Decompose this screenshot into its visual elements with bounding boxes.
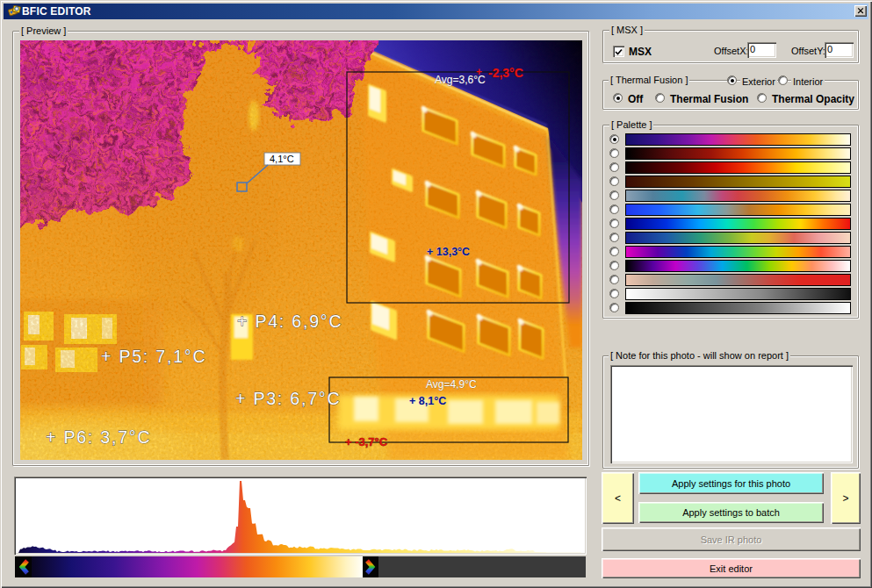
svg-text:+ P5: 7,1°C: + P5: 7,1°C bbox=[101, 347, 206, 366]
svg-text:+ 13,3°C: + 13,3°C bbox=[427, 246, 470, 258]
svg-text:+ P4: 6,9°C: + P4: 6,9°C bbox=[237, 312, 342, 331]
svg-text:Avg=4,9°C: Avg=4,9°C bbox=[426, 378, 477, 391]
svg-text:+ 8,1°C: + 8,1°C bbox=[409, 395, 446, 407]
svg-text:+: + bbox=[476, 66, 482, 78]
svg-text:4,1°C: 4,1°C bbox=[270, 154, 294, 164]
svg-text:+ P3: 6,7°C: + P3: 6,7°C bbox=[235, 389, 341, 408]
svg-text:-2,3°C: -2,3°C bbox=[488, 66, 523, 80]
svg-text:+ -3,7°C: + -3,7°C bbox=[345, 435, 388, 448]
svg-text:+ P6: 3,7°C: + P6: 3,7°C bbox=[46, 427, 151, 447]
